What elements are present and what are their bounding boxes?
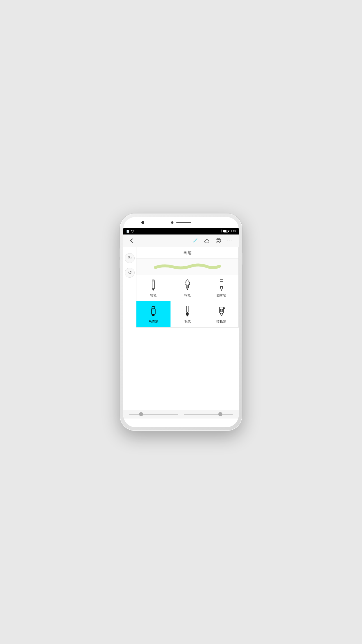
camera-dot bbox=[171, 221, 173, 224]
slider-left-thumb[interactable] bbox=[139, 412, 143, 416]
brush-panel: 画笔 bbox=[136, 247, 239, 328]
svg-rect-6 bbox=[152, 280, 155, 281]
volume-up-button[interactable] bbox=[119, 249, 120, 257]
brush-label-marker: 马克笔 bbox=[149, 319, 158, 324]
brush-item-ballpen[interactable]: 圆珠笔 bbox=[204, 275, 238, 301]
slider-right[interactable] bbox=[184, 414, 233, 415]
more-options-button[interactable]: ··· bbox=[225, 235, 235, 246]
brush-item-spray[interactable]: 0 喷枪笔 bbox=[204, 301, 238, 327]
canvas-area: 画笔 bbox=[136, 247, 239, 410]
battery-icon bbox=[223, 230, 228, 232]
main-content: ↻ ↺ 画笔 bbox=[123, 247, 239, 410]
phone-top-bar bbox=[123, 217, 239, 228]
svg-point-2 bbox=[218, 239, 219, 240]
svg-rect-11 bbox=[220, 280, 223, 281]
status-time: 11:25 bbox=[229, 230, 236, 233]
redo-button[interactable]: ↻ bbox=[125, 253, 135, 263]
more-dots-icon: ··· bbox=[227, 238, 233, 244]
status-right: 11:25 bbox=[220, 229, 236, 233]
brush-item-brush[interactable]: 毛笔 bbox=[171, 301, 205, 327]
brush-label-pencil: 铅笔 bbox=[150, 293, 157, 298]
brush-label-brush: 毛笔 bbox=[184, 319, 191, 324]
brush-item-marker[interactable]: 马克笔 bbox=[136, 301, 171, 327]
svg-rect-16 bbox=[152, 314, 155, 316]
brush-item-pen[interactable]: 钢笔 bbox=[171, 275, 205, 301]
brush-label-pen: 钢笔 bbox=[184, 293, 191, 298]
bottom-slider-bar bbox=[123, 410, 239, 419]
eraser-tool-button[interactable] bbox=[201, 235, 212, 246]
left-sidebar: ↻ ↺ bbox=[123, 247, 136, 410]
status-bar: 📄 bbox=[123, 228, 239, 235]
document-icon: 📄 bbox=[126, 230, 129, 233]
svg-point-13 bbox=[221, 290, 222, 291]
bluetooth-icon bbox=[220, 229, 222, 233]
slider-right-thumb[interactable] bbox=[218, 412, 222, 416]
svg-rect-14 bbox=[152, 309, 155, 314]
status-left: 📄 bbox=[126, 230, 135, 233]
svg-rect-12 bbox=[220, 281, 223, 286]
brush-panel-title: 画笔 bbox=[136, 247, 238, 259]
svg-line-10 bbox=[187, 280, 190, 283]
battery-fill bbox=[224, 230, 226, 232]
svg-point-3 bbox=[219, 239, 220, 240]
brush-item-pencil[interactable]: 铅笔 bbox=[136, 275, 171, 301]
svg-text:0: 0 bbox=[221, 310, 222, 312]
redo-icon: ↻ bbox=[128, 255, 132, 261]
brush-label-ballpen: 圆珠笔 bbox=[217, 293, 226, 298]
undo-button[interactable]: ↺ bbox=[125, 268, 135, 278]
undo-icon: ↺ bbox=[128, 270, 132, 275]
phone-frame: 📄 bbox=[120, 214, 242, 431]
speaker-bar bbox=[176, 222, 191, 223]
brush-label-spray: 喷枪笔 bbox=[217, 319, 226, 324]
app-screen: ··· ↻ ↺ 画笔 bbox=[123, 235, 239, 419]
back-button[interactable] bbox=[127, 236, 136, 245]
brush-grid: 铅笔 bbox=[136, 275, 238, 327]
wifi-icon bbox=[131, 230, 135, 233]
slider-left[interactable] bbox=[129, 414, 178, 415]
volume-down-button[interactable] bbox=[119, 260, 120, 268]
svg-line-9 bbox=[185, 280, 187, 283]
power-button[interactable] bbox=[242, 253, 243, 265]
svg-point-1 bbox=[217, 239, 218, 240]
brush-tool-button[interactable] bbox=[190, 235, 200, 246]
front-camera bbox=[141, 221, 144, 224]
svg-rect-18 bbox=[187, 306, 188, 312]
brush-stroke-preview bbox=[136, 259, 238, 275]
phone-screen: 📄 bbox=[123, 217, 239, 427]
color-palette-button[interactable] bbox=[213, 235, 224, 246]
toolbar: ··· bbox=[123, 235, 239, 247]
